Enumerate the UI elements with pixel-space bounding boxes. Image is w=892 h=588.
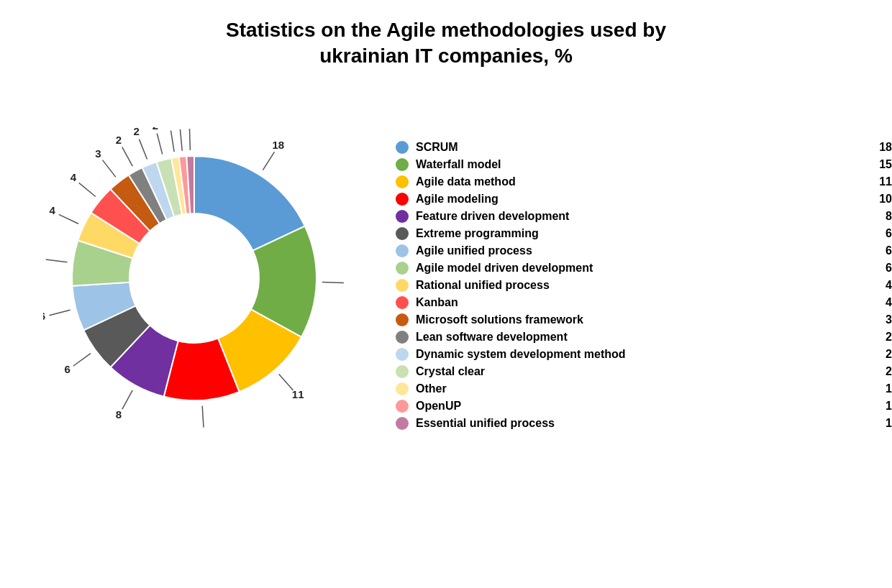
legend-value-text: 11 [870,175,892,188]
svg-text:4: 4 [70,171,77,183]
svg-line-18 [79,183,96,196]
legend-item: Other1 [396,382,892,395]
svg-line-10 [73,353,91,366]
legend-item: Essential unified process1 [396,417,892,430]
legend-item: Microsoft solutions framework3 [396,313,892,326]
legend-label-text: Rational unified process [416,279,863,292]
legend-item: Crystal clear2 [396,365,892,378]
legend-value-text: 18 [870,141,892,154]
legend-label-text: Essential unified process [416,417,863,430]
legend-color-dot [396,400,409,413]
legend-label-text: Agile modeling [416,193,863,206]
legend-value-text: 15 [870,158,892,171]
legend-value-text: 6 [870,262,892,275]
svg-line-4 [279,374,293,390]
legend-item: Agile model driven development6 [396,262,892,275]
legend-item: Feature driven development8 [396,210,892,223]
svg-line-2 [322,282,344,282]
legend-color-dot [396,382,409,395]
title: Statistics on the Agile methodologies us… [0,0,892,70]
legend-item: Rational unified process4 [396,279,892,292]
legend-value-text: 6 [870,227,892,240]
svg-text:1: 1 [167,127,173,129]
legend-value-text: 1 [870,400,892,413]
legend-color-dot [396,365,409,378]
svg-line-26 [157,133,162,154]
legend-color-dot [396,331,409,344]
legend-color-dot [396,175,409,188]
legend-label-text: OpenUP [416,400,863,413]
svg-line-16 [59,214,78,224]
svg-text:18: 18 [272,139,284,151]
legend-label-text: SCRUM [416,141,863,154]
legend-color-dot [396,193,409,206]
legend-item: SCRUM18 [396,141,892,154]
legend-color-dot [396,158,409,171]
legend-value-text: 2 [870,348,892,361]
legend-label-text: Microsoft solutions framework [416,313,863,326]
legend-color-dot [396,296,409,309]
legend-color-dot [396,348,409,361]
legend-label-text: Other [416,382,863,395]
svg-line-30 [180,129,182,151]
legend-value-text: 1 [870,382,892,395]
legend-color-dot [396,313,409,326]
legend-label-text: Dynamic system development method [416,348,863,361]
legend-item: Extreme programming6 [396,227,892,240]
svg-text:6: 6 [43,310,45,322]
svg-text:3: 3 [95,147,101,159]
svg-text:10: 10 [198,427,210,428]
legend-color-dot [396,227,409,240]
legend-item: OpenUP1 [396,400,892,413]
legend-color-dot [396,279,409,292]
legend-item: Dynamic system development method2 [396,348,892,361]
legend-value-text: 4 [870,279,892,292]
legend-label-text: Agile unified process [416,244,863,257]
svg-text:8: 8 [116,408,122,421]
legend-item: Agile unified process6 [396,244,892,257]
legend-value-text: 3 [870,313,892,326]
legend-value-text: 4 [870,296,892,309]
legend-label-text: Agile data method [416,175,863,188]
legend-label-text: Extreme programming [416,227,863,240]
svg-line-8 [122,390,132,409]
svg-text:4: 4 [50,204,56,216]
svg-line-28 [170,130,174,152]
svg-line-12 [50,310,70,315]
legend-value-text: 1 [870,417,892,430]
svg-text:2: 2 [116,134,122,146]
legend-color-dot [396,417,409,430]
svg-line-14 [46,259,68,262]
svg-line-22 [122,147,132,166]
legend-item: Agile data method11 [396,175,892,188]
legend: SCRUM18Waterfall model15Agile data metho… [396,127,892,430]
legend-label-text: Crystal clear [416,365,863,378]
legend-item: Lean software development2 [396,331,892,344]
legend-value-text: 8 [870,210,892,223]
legend-value-text: 10 [870,193,892,206]
legend-color-dot [396,244,409,257]
svg-line-20 [103,160,116,177]
svg-text:2: 2 [153,127,158,132]
legend-color-dot [396,141,409,154]
svg-line-6 [202,405,204,427]
svg-text:6: 6 [64,363,70,375]
svg-line-32 [189,129,190,150]
svg-text:2: 2 [134,127,140,137]
legend-color-dot [396,210,409,223]
legend-item: Waterfall model15 [396,158,892,171]
svg-text:11: 11 [292,388,304,400]
svg-line-0 [263,152,274,170]
legend-item: Kanban4 [396,296,892,309]
svg-line-24 [139,139,147,159]
legend-label-text: Kanban [416,296,863,309]
legend-item: Agile modeling10 [396,193,892,206]
legend-label-text: Agile model driven development [416,262,863,275]
donut-chart: 181511108666443222111 [22,77,367,479]
legend-label-text: Feature driven development [416,210,863,223]
legend-label-text: Waterfall model [416,158,863,171]
legend-label-text: Lean software development [416,331,863,344]
legend-color-dot [396,262,409,275]
legend-value-text: 2 [870,331,892,344]
legend-value-text: 2 [870,365,892,378]
